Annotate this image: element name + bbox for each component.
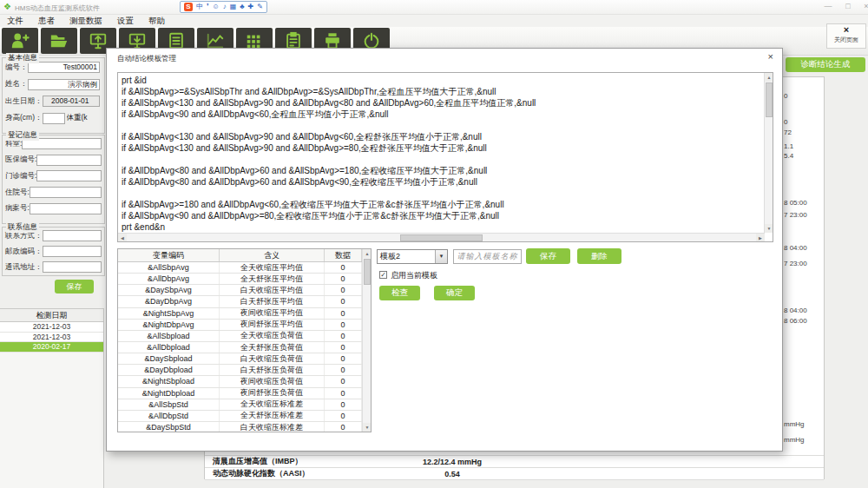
menu-item[interactable]: 测量数据 [69, 16, 102, 27]
cell-meaning: 全天舒张压平均值 [220, 274, 325, 284]
variable-table-row[interactable]: &NightSbpAvg 夜间收缩压平均值 0 [118, 308, 371, 320]
form-row: 身高(cm)： 体重(k [3, 111, 104, 127]
ime-icon[interactable]: ♪ [223, 3, 227, 11]
metric-value: 12.2/12.4 mmHg [374, 458, 530, 466]
ime-icon[interactable]: ✚ [248, 3, 254, 11]
table-vertical-scrollbar[interactable]: ▲ ▼ [362, 249, 371, 432]
enable-template-checkbox[interactable]: ✓ [379, 271, 387, 279]
menu-item[interactable]: 患者 [38, 16, 55, 27]
form-row: 住院号: [3, 185, 104, 201]
cell-value: 0 [325, 308, 362, 319]
template-save-button[interactable]: 保存 [526, 248, 570, 264]
ime-logo-icon[interactable]: S [184, 3, 193, 11]
cell-code: &DayDbpload [118, 365, 220, 375]
field-input[interactable] [30, 203, 102, 214]
cell-meaning: 全天收缩压负荷值 [220, 331, 325, 341]
variable-table-row[interactable]: &DayDbpload 白天舒张压负荷值 0 [118, 365, 371, 376]
cell-value: 0 [325, 342, 362, 353]
cell-value: 0 [325, 274, 362, 284]
window-maximize-button[interactable]: □ [842, 2, 854, 10]
variable-table-row[interactable]: &AllSbpStd 全天收缩压标准差 0 [118, 399, 371, 411]
check-button[interactable]: 检查 [379, 286, 420, 300]
template-textarea[interactable]: prt &idif &AllSbpAvg>=&SysAllSbpThr and … [117, 72, 773, 242]
field-input[interactable]: 演示病例 [28, 79, 101, 90]
field-input[interactable] [36, 155, 102, 166]
result-fragment: 8 06:00 [784, 317, 807, 325]
window-close-button[interactable]: × [860, 2, 868, 10]
variable-table-row[interactable]: &DaySbpAvg 白天收缩压平均值 0 [118, 285, 371, 296]
ime-icon[interactable]: ☺ [213, 3, 220, 11]
cell-code: &AllDbpStd [118, 411, 220, 421]
variable-table-row[interactable]: &NightDbpload 夜间舒张压负荷值 0 [118, 388, 371, 399]
app-title: HMS动态血压监测系统软件 [15, 3, 100, 13]
field-input[interactable] [43, 246, 102, 257]
add-patient-button[interactable] [2, 28, 38, 54]
template-line: prt &end&n [122, 221, 763, 232]
textarea-horizontal-scrollbar[interactable]: ◀ ▶ [118, 233, 765, 241]
ime-icon[interactable]: ✎ [257, 3, 263, 11]
ime-icon[interactable]: 中 [196, 3, 203, 11]
template-line: if &AllSbpAvg<130 and &AllSbpAvg>90 and … [122, 97, 763, 109]
variable-table-row[interactable]: &AllDbpStd 全天舒张压标准差 0 [118, 411, 371, 422]
cell-code: &AllSbpAvg [118, 262, 220, 273]
visit-date-row[interactable]: 2021-12-03 [0, 333, 103, 343]
field-input[interactable] [43, 261, 102, 273]
scrollbar-thumb[interactable] [400, 234, 483, 241]
open-record-button[interactable] [41, 28, 77, 54]
visit-date-row[interactable]: 2021-12-03 [0, 322, 103, 333]
template-select[interactable]: 模板2 ▼ [377, 249, 448, 264]
scroll-up-icon[interactable]: ▲ [363, 249, 372, 258]
menu-item[interactable]: 帮助 [148, 16, 165, 27]
template-name-input[interactable]: 请输入模板名称 [453, 249, 522, 264]
field-input[interactable] [30, 187, 102, 198]
variable-table-row[interactable]: &AllSbpAvg 全天收缩压平均值 0 [118, 262, 371, 274]
variable-table-row[interactable]: &NightDbpAvg 夜间舒张压平均值 0 [118, 320, 371, 331]
variable-table-row[interactable]: &NightSbpload 夜间收缩压负荷值 0 [118, 376, 371, 387]
close-page-label: 关闭页面 [827, 36, 865, 44]
app-window: ❖ HMS动态血压监测系统软件 S 中❜☺♪▦♣✚✎ — □ × 文件患者测量数… [0, 0, 868, 488]
template-delete-button[interactable]: 删除 [577, 248, 621, 264]
field-label: 邮政编码： [5, 247, 43, 257]
scroll-up-icon[interactable]: ▲ [765, 73, 773, 82]
group-contact-info: 联系信息 联系方式： 邮政编码： 通讯地址： [2, 227, 105, 276]
scrollbar-thumb[interactable] [766, 82, 773, 117]
visit-date-row[interactable]: 2020-02-17 [0, 342, 103, 353]
menu-item[interactable]: 设置 [117, 16, 134, 27]
ime-icon[interactable]: ❜ [207, 3, 209, 11]
menu-bar: 文件患者测量数据设置帮助 [0, 15, 868, 27]
field-input[interactable] [43, 113, 65, 124]
ime-icon[interactable]: ♣ [240, 3, 244, 11]
ime-icon[interactable]: ▦ [230, 3, 237, 11]
menu-item[interactable]: 文件 [7, 16, 23, 27]
variable-table-row[interactable]: &AllDbpload 全天舒张压负荷值 0 [118, 342, 371, 353]
scrollbar-thumb[interactable] [364, 259, 371, 285]
form-row: 出生日期： 2008-01-01 [3, 94, 104, 109]
scroll-left-icon[interactable]: ◀ [118, 234, 127, 242]
cell-meaning: 夜间舒张压平均值 [220, 320, 325, 330]
scroll-right-icon[interactable]: ▶ [756, 234, 765, 242]
result-fragment: 8 04:00 [784, 307, 807, 314]
window-minimize-button[interactable]: — [822, 2, 834, 10]
chevron-down-icon[interactable]: ▼ [435, 250, 447, 263]
textarea-vertical-scrollbar[interactable]: ▲ ▼ [764, 73, 773, 233]
patient-save-button[interactable]: 保存 [55, 280, 94, 293]
field-input[interactable] [36, 170, 102, 181]
variable-table-row[interactable]: &DayDbpAvg 白天舒张压平均值 0 [118, 296, 371, 307]
variable-table-row[interactable]: &AllDbpAvg 全天舒张压平均值 0 [118, 274, 371, 285]
registration-rows: 科室: 医保编号: 门诊编号: 住院号: [3, 136, 104, 216]
cell-value: 0 [325, 376, 362, 386]
variable-table-row[interactable]: &DaySbpload 白天收缩压负荷值 0 [118, 353, 371, 365]
scroll-down-icon[interactable]: ▼ [765, 224, 773, 233]
variable-table-row[interactable]: &AllSbpload 全天收缩压负荷值 0 [118, 331, 371, 342]
dialog-close-icon[interactable]: × [768, 51, 773, 62]
cell-code: &NightDbpload [118, 388, 220, 399]
ok-button[interactable]: 确定 [434, 286, 475, 300]
field-input[interactable]: Test00001 [28, 62, 101, 73]
field-input[interactable]: 2008-01-01 [43, 96, 101, 107]
generate-conclusion-button[interactable]: 诊断结论生成 [786, 57, 865, 72]
scroll-down-icon[interactable]: ▼ [363, 423, 372, 432]
ime-toolbar[interactable]: S 中❜☺♪▦♣✚✎ [180, 1, 267, 13]
field-input[interactable] [43, 230, 102, 241]
close-page-button[interactable]: × 关闭页面 [826, 23, 866, 49]
variable-table-row[interactable]: &DaySbpStd 白天收缩压标准差 0 [118, 422, 371, 432]
